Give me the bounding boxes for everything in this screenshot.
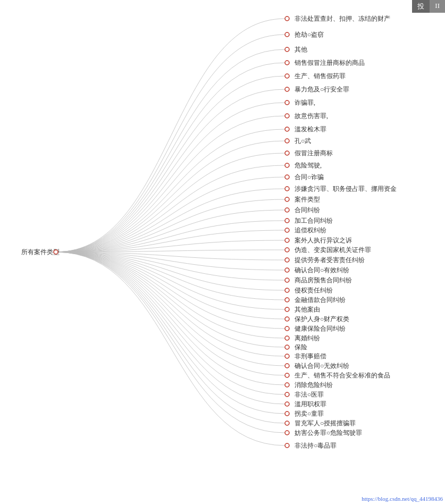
top-button-1[interactable]: 投	[412, 0, 430, 13]
top-button-2[interactable]: II	[430, 0, 445, 13]
watermark: https://blog.csdn.net/qq_44198436	[362, 495, 443, 502]
